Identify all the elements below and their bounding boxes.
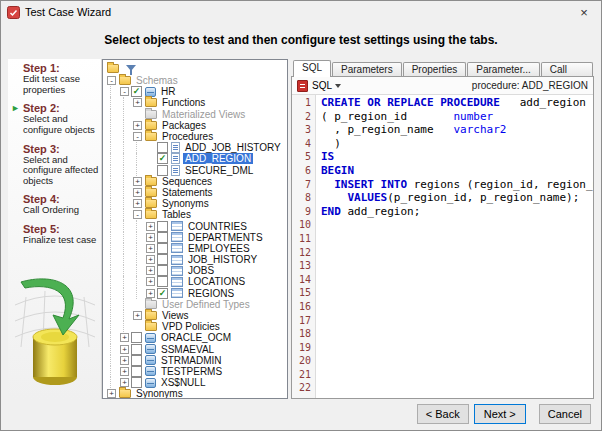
tree-row-strmadmin[interactable]: +STRMADMIN <box>105 355 287 366</box>
tree-row-synonyms[interactable]: +Synonyms <box>105 198 287 209</box>
tree-label[interactable]: VPD Policies <box>160 321 222 332</box>
tree-row-countries[interactable]: +COUNTRIES <box>105 220 287 231</box>
tree-row-xs-null[interactable]: +XS$NULL <box>105 377 287 388</box>
tree-label[interactable]: HR <box>159 86 177 97</box>
checkbox[interactable]: ✓ <box>131 86 142 97</box>
checkbox[interactable] <box>157 232 168 243</box>
tree-label[interactable]: JOB_HISTORY <box>186 254 259 265</box>
tab-sql[interactable]: SQL <box>293 60 331 77</box>
tree-row-statements[interactable]: +Statements <box>105 187 287 198</box>
expander-icon[interactable]: - <box>105 76 118 85</box>
expander-icon[interactable]: + <box>131 177 144 186</box>
expander-icon[interactable]: + <box>144 233 157 242</box>
tree-row-procedures[interactable]: -Procedures <box>105 131 287 142</box>
tree-row-schemas[interactable]: -Schemas <box>105 75 287 86</box>
expander-icon[interactable]: + <box>118 378 131 387</box>
tree-label[interactable]: REGIONS <box>186 288 236 299</box>
back-button[interactable]: < Back <box>417 404 469 424</box>
tree-label[interactable]: Sequences <box>160 176 214 187</box>
tree-label[interactable]: DEPARTMENTS <box>186 232 265 243</box>
close-icon[interactable]: × <box>567 1 601 23</box>
filter-icon[interactable] <box>126 65 136 71</box>
tree-row-synonyms[interactable]: +Synonyms <box>105 388 287 399</box>
tree-row-functions[interactable]: +Functions <box>105 97 287 108</box>
tab-parameter[interactable]: Parameter... <box>467 62 539 77</box>
tree-row-user-defined-types[interactable]: User Defined Types <box>105 299 287 310</box>
checkbox[interactable]: ✓ <box>157 288 168 299</box>
expander-icon[interactable]: + <box>118 367 131 376</box>
tree-row-secure-dml[interactable]: SECURE_DML <box>105 165 287 176</box>
tree-label[interactable]: Procedures <box>160 131 215 142</box>
checkbox[interactable] <box>131 366 142 377</box>
expander-icon[interactable]: + <box>144 255 157 264</box>
expander-icon[interactable]: + <box>131 121 144 130</box>
sql-script-icon[interactable] <box>297 80 308 92</box>
tree-label[interactable]: STRMADMIN <box>159 355 224 366</box>
expander-icon[interactable]: + <box>131 311 144 320</box>
expander-icon[interactable]: + <box>118 333 131 342</box>
tab-call-values[interactable]: Call Values <box>541 62 593 77</box>
checkbox[interactable] <box>157 265 168 276</box>
tree-row-ssmaeval[interactable]: +SSMAEVAL <box>105 344 287 355</box>
checkbox[interactable] <box>157 243 168 254</box>
tree-label[interactable]: User Defined Types <box>160 299 252 310</box>
expander-icon[interactable]: + <box>105 389 118 398</box>
tree-row-testperms[interactable]: +TESTPERMS <box>105 366 287 377</box>
checkbox[interactable] <box>131 377 142 388</box>
checkbox[interactable] <box>157 276 168 287</box>
expander-icon[interactable]: + <box>118 356 131 365</box>
tree-label[interactable]: ADD_REGION <box>183 153 253 164</box>
tree-row-hr[interactable]: -✓HR <box>105 86 287 97</box>
tab-properties[interactable]: Properties <box>403 62 467 77</box>
tree-label[interactable]: Views <box>160 310 191 321</box>
tree-label[interactable]: XS$NULL <box>159 377 207 388</box>
checkbox[interactable] <box>131 344 142 355</box>
expander-icon[interactable]: - <box>131 210 144 219</box>
expander-icon[interactable]: + <box>144 289 157 298</box>
tree-label[interactable]: Functions <box>160 97 207 108</box>
tree-label[interactable]: LOCATIONS <box>186 276 247 287</box>
code-editor[interactable]: 12345678910111213141516171819202122 CREA… <box>292 95 593 398</box>
next-button[interactable]: Next > <box>474 404 526 424</box>
expander-icon[interactable]: - <box>118 87 131 96</box>
tree-label[interactable]: Statements <box>160 187 215 198</box>
tree-row-vpd-policies[interactable]: VPD Policies <box>105 321 287 332</box>
expander-icon[interactable]: + <box>144 266 157 275</box>
tree-row-packages[interactable]: +Packages <box>105 120 287 131</box>
tree-row-sequences[interactable]: +Sequences <box>105 176 287 187</box>
cancel-button[interactable]: Cancel <box>539 404 591 424</box>
checkbox[interactable]: ✓ <box>157 153 168 164</box>
tree-label[interactable]: Materialized Views <box>160 109 247 120</box>
expander-icon[interactable]: + <box>131 188 144 197</box>
code-area[interactable]: CREATE OR REPLACE PROCEDURE add_region( … <box>316 95 593 398</box>
tree-row-materialized-views[interactable]: Materialized Views <box>105 109 287 120</box>
sql-view-dropdown[interactable]: SQL <box>312 80 341 91</box>
checkbox[interactable] <box>157 142 168 153</box>
tree-row-oracle-ocm[interactable]: +ORACLE_OCM <box>105 332 287 343</box>
tree-row-regions[interactable]: +✓REGIONS <box>105 288 287 299</box>
tree-label[interactable]: JOBS <box>186 265 216 276</box>
expander-icon[interactable]: + <box>144 244 157 253</box>
tree-label[interactable]: SECURE_DML <box>183 165 255 176</box>
tree-label[interactable]: Synonyms <box>134 388 185 399</box>
expander-icon[interactable]: + <box>131 199 144 208</box>
checkbox[interactable] <box>157 165 168 176</box>
checkbox[interactable] <box>157 254 168 265</box>
checkbox[interactable] <box>131 355 142 366</box>
tree-label[interactable]: EMPLOYEES <box>186 243 252 254</box>
checkbox[interactable] <box>157 221 168 232</box>
expander-icon[interactable]: - <box>131 132 144 141</box>
checkbox[interactable] <box>131 332 142 343</box>
tab-parameters[interactable]: Parameters <box>332 62 402 77</box>
tree-row-employees[interactable]: +EMPLOYEES <box>105 243 287 254</box>
tree-label[interactable]: Packages <box>160 120 208 131</box>
tree-label[interactable]: Schemas <box>134 75 180 86</box>
tree-row-departments[interactable]: +DEPARTMENTS <box>105 232 287 243</box>
tree-label[interactable]: Synonyms <box>160 198 211 209</box>
expander-icon[interactable]: + <box>144 222 157 231</box>
tree-label[interactable]: Tables <box>160 209 193 220</box>
tree-label[interactable]: ORACLE_OCM <box>159 332 233 343</box>
expander-icon[interactable]: + <box>131 98 144 107</box>
folder-icon[interactable] <box>107 64 119 73</box>
tree-label[interactable]: COUNTRIES <box>186 221 249 232</box>
